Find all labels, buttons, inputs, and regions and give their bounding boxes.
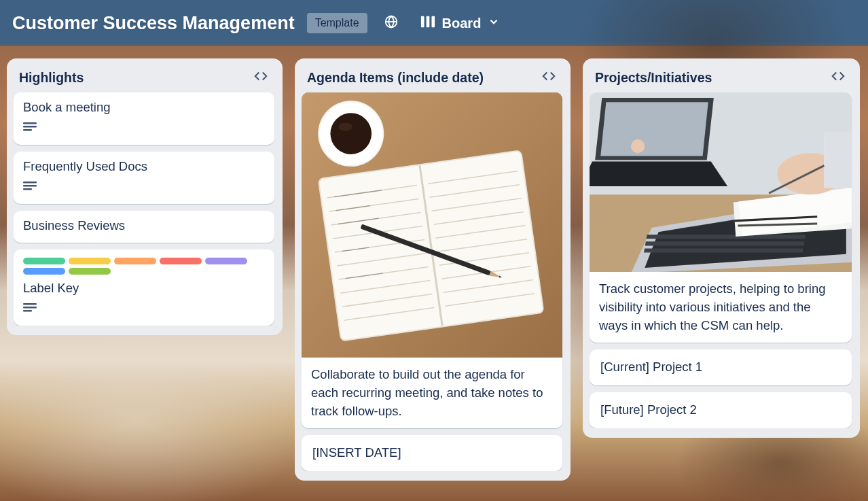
svg-rect-9 <box>23 188 32 190</box>
list-agenda: Agenda Items (include date) <box>295 58 571 481</box>
list-cards: Track customer projects, helping to brin… <box>590 92 853 428</box>
card[interactable]: Label Key <box>14 249 274 326</box>
visibility-button[interactable] <box>380 12 403 35</box>
globe-icon <box>384 14 399 32</box>
view-switcher[interactable]: Board <box>415 12 506 35</box>
svg-rect-59 <box>644 249 803 253</box>
card-label[interactable] <box>69 268 111 275</box>
collapse-list-button[interactable] <box>539 69 558 86</box>
board-header: Customer Success Management Template Boa… <box>0 0 868 46</box>
card-description: Collaborate to build out the agenda for … <box>311 366 553 420</box>
list-header: Agenda Items (include date) <box>302 67 564 92</box>
list-header: Projects/Initiatives <box>590 67 853 92</box>
card-description: Track customer projects, helping to brin… <box>599 280 842 334</box>
collapse-list-button[interactable] <box>251 69 270 86</box>
card-label[interactable] <box>160 258 202 264</box>
svg-rect-58 <box>645 241 805 245</box>
card[interactable]: [Future] Project 2 <box>590 392 852 428</box>
card-title: [INSERT DATE] <box>312 445 551 462</box>
svg-rect-10 <box>23 303 37 305</box>
list-cards: Book a meeting Frequently Used Docs Busi… <box>14 92 276 326</box>
svg-rect-66 <box>824 133 852 188</box>
card-label[interactable] <box>23 268 65 275</box>
list-title[interactable]: Highlights <box>19 70 84 86</box>
board-layout-icon <box>420 15 435 32</box>
svg-rect-11 <box>23 307 37 309</box>
card-title: Book a meeting <box>23 99 265 116</box>
board-title[interactable]: Customer Success Management <box>12 13 295 34</box>
svg-marker-54 <box>590 162 727 187</box>
card[interactable]: Collaborate to build out the agenda for … <box>302 92 562 428</box>
collapse-list-button[interactable] <box>829 69 848 86</box>
template-badge[interactable]: Template <box>307 13 367 33</box>
svg-rect-4 <box>23 122 37 124</box>
svg-rect-8 <box>23 185 37 187</box>
board-canvas[interactable]: Highlights Book a meeting Frequ <box>0 46 868 501</box>
card-labels <box>23 258 265 275</box>
svg-point-18 <box>339 122 352 131</box>
card-label[interactable] <box>23 258 65 264</box>
description-icon <box>23 181 37 196</box>
list-highlights: Highlights Book a meeting Frequ <box>7 58 283 335</box>
svg-rect-5 <box>23 126 37 128</box>
card-title: Business Reviews <box>23 218 265 235</box>
list-title[interactable]: Projects/Initiatives <box>595 70 712 86</box>
card[interactable]: Business Reviews <box>14 211 274 243</box>
svg-rect-2 <box>426 16 429 27</box>
list-title[interactable]: Agenda Items (include date) <box>307 70 484 86</box>
list-header: Highlights <box>14 67 276 92</box>
description-icon <box>23 122 37 137</box>
card[interactable]: [INSERT DATE] <box>302 435 562 471</box>
svg-rect-12 <box>23 310 32 312</box>
svg-rect-57 <box>647 235 806 239</box>
card[interactable]: Track customer projects, helping to brin… <box>590 92 852 343</box>
card-badges <box>23 181 265 196</box>
card-badges <box>23 303 265 317</box>
svg-rect-3 <box>431 16 435 27</box>
card[interactable]: [Current] Project 1 <box>590 349 852 385</box>
svg-rect-7 <box>23 182 37 184</box>
card[interactable]: Frequently Used Docs <box>14 152 274 204</box>
collapse-icon <box>541 71 556 84</box>
card[interactable]: Book a meeting <box>14 92 274 145</box>
svg-marker-53 <box>600 102 708 156</box>
card-title: Frequently Used Docs <box>23 158 265 175</box>
chevron-down-icon <box>488 16 500 31</box>
svg-rect-6 <box>23 129 32 131</box>
svg-point-17 <box>330 113 372 154</box>
card-title: [Current] Project 1 <box>600 359 841 376</box>
card-label[interactable] <box>114 258 156 264</box>
svg-point-68 <box>631 139 645 153</box>
card-label[interactable] <box>205 258 247 264</box>
card-cover-image <box>590 92 852 272</box>
card-badges <box>23 122 265 137</box>
svg-rect-1 <box>420 16 424 27</box>
card-cover-image <box>302 92 562 358</box>
view-label: Board <box>442 16 482 31</box>
description-icon <box>23 303 37 317</box>
card-title: Label Key <box>23 280 265 297</box>
list-cards: Collaborate to build out the agenda for … <box>302 92 564 471</box>
collapse-icon <box>253 71 268 84</box>
card-label[interactable] <box>69 258 111 264</box>
card-title: [Future] Project 2 <box>600 402 841 419</box>
collapse-icon <box>831 71 846 84</box>
list-projects: Projects/Initiatives <box>583 58 860 438</box>
